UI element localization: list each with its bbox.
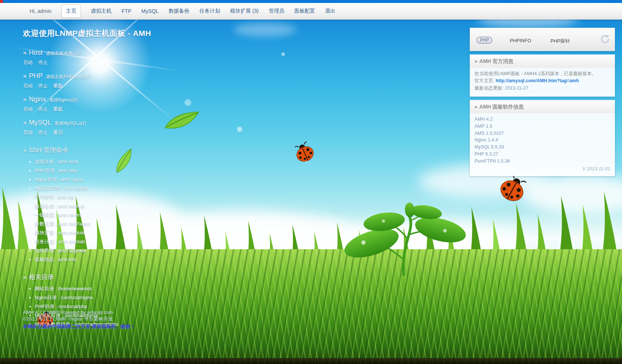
official-news-title: AMH 官方消息 [479, 58, 513, 64]
nav-item-logout[interactable]: 退出 [325, 8, 335, 14]
nav-item-cron[interactable]: 任务计划 [199, 8, 220, 14]
mysql-start-link[interactable]: 启动 [23, 130, 33, 135]
service-name: Host [29, 49, 43, 56]
software-item: AMS 1.5.0107 [475, 130, 610, 137]
software-info-title: AMH 面板软件信息 [479, 104, 524, 110]
nav-item-ftp[interactable]: FTP [122, 8, 131, 14]
mysql-restart-link[interactable]: 重启 [53, 130, 63, 135]
php-probe-link[interactable]: PHP探针 [551, 38, 570, 44]
php-logo-badge[interactable]: PHP [476, 37, 492, 44]
homepage-label: 官方主页: [475, 78, 496, 83]
service-mysql-actions: 启动 停止 重启 [23, 129, 253, 136]
official-news-panel: »AMH 官方消息 您当前使用LNMP面板 - AMH4.2系列版本，已是最新版… [470, 54, 615, 97]
nav-item-backup[interactable]: 数据备份 [169, 8, 189, 14]
section-marker: » [23, 119, 27, 126]
section-marker: » [23, 147, 26, 154]
news-homepage-row: 官方主页: http://amysql.com/AMH.htm?tag=amh [475, 77, 610, 84]
section-marker: » [475, 58, 478, 64]
ssh-commands-heading: »SSH 管理命令 [23, 146, 253, 154]
list-item: 网站目录 : /home/wwwroot [35, 285, 253, 292]
service-mysql-title: »MySQL 系统MySQL运行 [23, 119, 253, 127]
page-title: 欢迎使用LNMP虚拟主机面板 - AMH [23, 28, 253, 39]
news-version-status: 您当前使用LNMP面板 - AMH4.2系列版本，已是最新版本。 [475, 70, 610, 77]
section-marker: » [23, 96, 27, 103]
service-name: MySQL [29, 119, 51, 126]
service-desc: 虚拟主机PHP全局运行 [46, 74, 91, 79]
main-content: 欢迎使用LNMP虚拟主机面板 - AMH »Host 虚拟主机全局运行 启动 停… [23, 22, 253, 330]
main-navbar: Hi, admin 主页 虚拟主机 FTP MySQL 数据备份 任务计划 模块… [0, 3, 622, 20]
section-marker: » [23, 72, 27, 80]
list-item: 一键还原 : amh revert [35, 212, 253, 218]
php-stop-link[interactable]: 停止 [38, 83, 48, 89]
software-item: AMH 4.2 [475, 116, 610, 123]
software-item: PureFTPd 1.0.36 [475, 158, 610, 165]
service-php-actions: 启动 停止 重载 [23, 83, 253, 89]
nav-item-virtual-hosts[interactable]: 虚拟主机 [91, 8, 112, 14]
nav-item-mysql[interactable]: MySQL [142, 8, 159, 14]
ssh-commands-list: 虚拟主机 : amh host PHP管理 : amh php Nginx管理 … [23, 158, 253, 263]
right-sidebar: PHP PHPINFO PHP探针 »AMH 官方消息 您当前使用LNMP面板 … [470, 28, 615, 176]
php-reload-link[interactable]: 重载 [53, 83, 63, 89]
software-info-panel: »AMH 面板软件信息 AMH 4.2 AMP 1.5 AMS 1.5.0107… [470, 100, 615, 176]
related-dirs-title: 相关目录 [29, 274, 54, 281]
official-news-body: 您当前使用LNMP面板 - AMH4.2系列版本，已是最新版本。 官方主页: h… [470, 68, 615, 97]
sprout-illustration [328, 187, 483, 277]
php-start-link[interactable]: 启动 [23, 83, 33, 89]
list-item: 模块扩展 : amh module [35, 230, 253, 236]
service-host-actions: 启动 停止 [23, 59, 253, 66]
list-item: 参数设置 : amh SetParam [35, 221, 253, 227]
user-greeting: Hi, admin [30, 8, 51, 14]
bokeh-dot [282, 53, 285, 56]
host-stop-link[interactable]: 停止 [38, 60, 48, 65]
list-item: 在线升级 : amh upgrade [35, 247, 253, 254]
software-item: AMP 1.5 [475, 123, 610, 130]
nav-item-home[interactable]: 主页 [61, 4, 81, 18]
nav-item-admin[interactable]: 管理员 [269, 8, 284, 14]
ssh-commands-title: SSH 管理命令 [29, 147, 69, 154]
service-desc: 系统Nginx运行 [49, 97, 79, 103]
list-item: 任务计划 : amh crontab [35, 238, 253, 245]
service-php: »PHP 虚拟主机PHP全局运行 启动 停止 重载 [23, 72, 253, 89]
php-toolbar: PHP PHPINFO PHP探针 [470, 28, 615, 51]
mysql-stop-link[interactable]: 停止 [38, 130, 48, 135]
page-footer: AMH 4.2 [LNMP] Powered by amysql.com ©20… [23, 309, 135, 330]
list-item: Nginx目录 : /usr/local/nginx [35, 294, 253, 301]
service-php-title: »PHP 虚拟主机PHP全局运行 [23, 72, 253, 80]
update-date: 2013-11-27 [505, 86, 528, 91]
software-item: Nginx 1.4.4 [475, 137, 610, 144]
list-item: 虚拟主机 : amh host [35, 158, 253, 165]
list-item: 面板信息 : amh info [35, 256, 253, 263]
top-accent-corner [0, 0, 3, 3]
service-name: Nginx [29, 96, 46, 103]
list-item: MySQL管理 : amh mysql [35, 185, 253, 192]
software-item: PHP 5.3.27 [475, 151, 610, 158]
panel-version-note: V 2013-11-01 [475, 166, 610, 173]
list-item: FTP管理 : amh ftp [35, 194, 253, 201]
news-update-row: 最新动态更新: 2013-11-27 [475, 85, 610, 92]
service-name: PHP [29, 72, 43, 80]
software-item: MySQL 5.5.33 [475, 144, 610, 151]
service-mysql: »MySQL 系统MySQL运行 启动 停止 重启 [23, 119, 253, 136]
software-info-header: »AMH 面板软件信息 [470, 100, 615, 113]
list-item: Nginx管理 : amh nginx [35, 176, 253, 183]
nginx-reload-link[interactable]: 重载 [53, 106, 63, 112]
footer-theme-credit-link[interactable]: 本网站主题由中国魁网二次开发,请保留版权。谢谢！ [23, 323, 135, 330]
nav-item-modules[interactable]: 模块扩展 (3) [230, 8, 259, 14]
service-nginx: »Nginx 系统Nginx运行 启动 停止 重载 [23, 96, 253, 113]
soil [0, 358, 622, 364]
nginx-stop-link[interactable]: 停止 [38, 106, 48, 112]
phpinfo-link[interactable]: PHPINFO [510, 38, 531, 43]
service-desc: 系统MySQL运行 [54, 121, 87, 126]
host-start-link[interactable]: 启动 [23, 60, 33, 65]
software-info-body: AMH 4.2 AMP 1.5 AMS 1.5.0107 Nginx 1.4.4… [470, 113, 615, 176]
service-nginx-actions: 启动 停止 重载 [23, 106, 253, 113]
service-nginx-title: »Nginx 系统Nginx运行 [23, 96, 253, 103]
homepage-link[interactable]: http://amysql.com/AMH.htm?tag=amh [496, 78, 579, 83]
section-marker: » [475, 104, 478, 110]
official-news-header: »AMH 官方消息 [470, 54, 615, 68]
section-marker: » [23, 49, 27, 56]
nginx-start-link[interactable]: 启动 [23, 106, 33, 112]
footer-copyright: ©2013 专注于LNMP / Nginx 平台架构开发 [23, 316, 135, 323]
nav-item-panel-config[interactable]: 面板配置 [294, 8, 315, 14]
refresh-icon[interactable] [599, 34, 611, 45]
